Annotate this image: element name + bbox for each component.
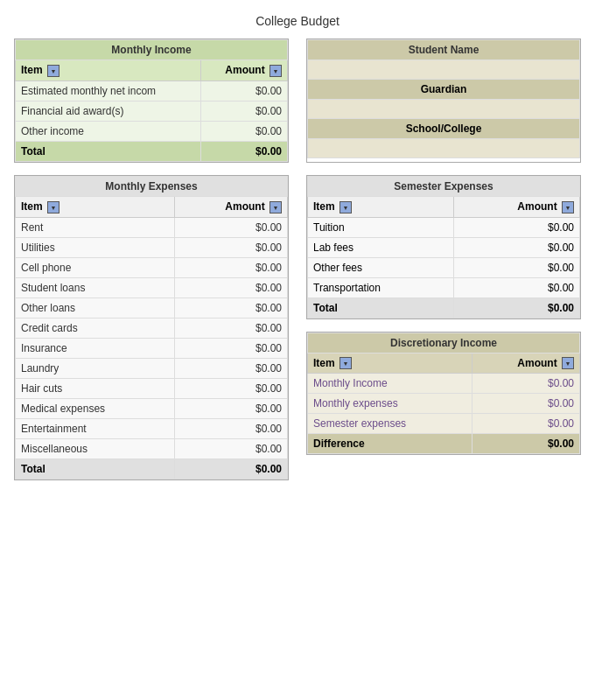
item-cell: Monthly Income	[308, 374, 472, 394]
list-item: Semester expenses$0.00	[308, 414, 580, 434]
item-dropdown-btn[interactable]	[340, 201, 352, 214]
list-item: Hair cuts$0.00	[16, 378, 288, 398]
monthly-expenses-panel: Monthly Expenses Item Amount Rent$0.00Ut…	[14, 175, 289, 480]
semester-expenses-header: Semester Expenses	[308, 176, 580, 196]
amount-cell: $0.00	[174, 298, 287, 318]
item-cell: Financial aid award(s)	[16, 101, 201, 121]
list-item: Tuition$0.00	[308, 217, 580, 237]
guardian-value[interactable]	[308, 100, 580, 119]
amount-col-label: Amount	[225, 64, 264, 76]
item-cell: Transportation	[308, 277, 454, 298]
disc-amount-col: Amount	[472, 353, 580, 374]
monthly-income-table: Monthly Income Item Amount Estimated mon…	[15, 39, 288, 162]
item-dropdown-btn[interactable]	[47, 201, 60, 214]
item-cell: Cell phone	[16, 257, 175, 277]
amount-col-label: Amount	[517, 357, 556, 369]
discretionary-total-amount: $0.00	[472, 434, 580, 454]
guardian-value-row	[308, 100, 580, 119]
amount-cell: $0.00	[174, 378, 287, 398]
list-item: Student loans$0.00	[16, 277, 288, 298]
item-col-label: Item	[21, 200, 43, 213]
list-item: Cell phone$0.00	[16, 257, 288, 277]
amount-cell: $0.00	[453, 277, 579, 298]
amount-cell: $0.00	[174, 338, 287, 358]
item-cell: Monthly expenses	[308, 394, 472, 414]
amount-cell: $0.00	[472, 394, 580, 414]
item-cell: Insurance	[16, 338, 175, 358]
monthly-expenses-total-amount: $0.00	[174, 458, 287, 479]
amount-dropdown-btn[interactable]	[562, 201, 574, 214]
discretionary-income-table: Discretionary Income Item Amount	[307, 332, 580, 455]
student-info-table: Student Name Guardian School/College	[307, 39, 580, 158]
amount-cell: $0.00	[174, 438, 287, 458]
disc-item-col: Item	[308, 353, 472, 374]
item-col-label: Item	[313, 200, 335, 213]
monthly-income-total-amount: $0.00	[201, 141, 288, 161]
item-cell: Hair cuts	[16, 378, 175, 398]
semester-total-amount: $0.00	[453, 298, 579, 318]
item-cell: Entertainment	[16, 418, 175, 438]
monthly-expenses-total-label: Total	[16, 458, 175, 479]
amount-cell: $0.00	[174, 318, 287, 338]
monthly-income-total-row: Total $0.00	[16, 141, 288, 161]
amount-cell: $0.00	[174, 398, 287, 418]
monthly-expenses-item-col: Item	[16, 196, 175, 217]
item-cell: Utilities	[16, 237, 175, 257]
semester-total-label: Total	[308, 298, 454, 318]
amount-cell: $0.00	[201, 121, 288, 141]
list-item: Transportation$0.00	[308, 277, 580, 298]
item-dropdown-btn[interactable]	[47, 65, 60, 77]
list-item: Miscellaneous$0.00	[16, 438, 288, 458]
school-value-row	[308, 139, 580, 158]
monthly-income-item-col: Item	[16, 60, 201, 81]
amount-dropdown-btn[interactable]	[270, 201, 282, 214]
school-value[interactable]	[308, 139, 580, 158]
item-cell: Medical expenses	[16, 398, 175, 418]
item-cell: Laundry	[16, 358, 175, 378]
semester-item-col: Item	[308, 196, 454, 217]
list-item: Estimated monthly net incom$0.00	[16, 80, 288, 101]
amount-cell: $0.00	[201, 80, 288, 101]
amount-cell: $0.00	[472, 374, 580, 394]
school-row: School/College	[308, 119, 580, 139]
discretionary-income-panel: Discretionary Income Item Amount	[306, 332, 581, 456]
right-column: Semester Expenses Item Amount T	[306, 175, 581, 480]
amount-col-label: Amount	[225, 200, 264, 213]
item-cell: Lab fees	[308, 237, 454, 257]
list-item: Utilities$0.00	[16, 237, 288, 257]
discretionary-total-row: Difference $0.00	[308, 434, 580, 454]
item-cell: Miscellaneous	[16, 438, 175, 458]
amount-cell: $0.00	[174, 257, 287, 277]
list-item: Laundry$0.00	[16, 358, 288, 378]
monthly-expenses-header: Monthly Expenses	[16, 176, 288, 196]
item-cell: Estimated monthly net incom	[16, 80, 201, 101]
semester-expenses-panel: Semester Expenses Item Amount T	[306, 175, 581, 319]
item-cell: Other income	[16, 121, 201, 141]
discretionary-total-label: Difference	[308, 434, 472, 454]
amount-cell: $0.00	[453, 217, 579, 237]
monthly-income-amount-col: Amount	[201, 60, 288, 81]
amount-dropdown-btn[interactable]	[562, 357, 574, 369]
amount-cell: $0.00	[174, 358, 287, 378]
list-item: Lab fees$0.00	[308, 237, 580, 257]
semester-amount-col: Amount	[453, 196, 579, 217]
monthly-expenses-table: Monthly Expenses Item Amount Rent$0.00Ut…	[15, 176, 288, 480]
monthly-income-panel: Monthly Income Item Amount Estimated mon…	[14, 38, 289, 163]
item-cell: Other fees	[308, 257, 454, 277]
list-item: Other loans$0.00	[16, 298, 288, 318]
guardian-label: Guardian	[308, 80, 580, 100]
student-name-value[interactable]	[308, 60, 580, 80]
amount-dropdown-btn[interactable]	[270, 65, 282, 77]
monthly-income-header: Monthly Income	[16, 40, 288, 60]
item-col-label: Item	[313, 357, 335, 369]
item-dropdown-btn[interactable]	[340, 357, 352, 369]
page-title: College Budget	[14, 14, 581, 28]
amount-cell: $0.00	[201, 101, 288, 121]
student-info-panel: Student Name Guardian School/College	[306, 38, 581, 163]
amount-cell: $0.00	[174, 277, 287, 298]
discretionary-income-header: Discretionary Income	[308, 332, 580, 353]
list-item: Credit cards$0.00	[16, 318, 288, 338]
school-label: School/College	[308, 119, 580, 139]
list-item: Rent$0.00	[16, 217, 288, 237]
student-name-row	[308, 60, 580, 80]
